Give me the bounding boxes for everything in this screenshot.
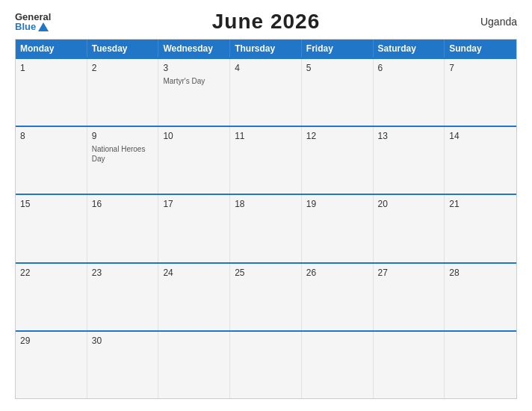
header-day-tuesday: Tuesday xyxy=(87,40,159,58)
day-number: 30 xyxy=(92,336,154,346)
day-cell: 3Martyr's Day xyxy=(158,59,230,126)
day-cell: 15 xyxy=(16,195,87,262)
day-cell xyxy=(158,332,230,398)
day-number: 6 xyxy=(378,63,440,73)
day-cell: 8 xyxy=(16,127,87,194)
day-cell: 29 xyxy=(16,332,87,398)
day-number: 19 xyxy=(306,199,368,209)
week-1: 123Martyr's Day4567 xyxy=(16,58,516,126)
header-day-sunday: Sunday xyxy=(445,40,516,58)
day-number: 21 xyxy=(449,199,512,209)
day-cell xyxy=(302,332,374,398)
header: General Blue June 2026 Uganda xyxy=(15,12,517,31)
week-4: 22232425262728 xyxy=(16,262,516,330)
day-cell: 2 xyxy=(87,59,159,126)
day-number: 9 xyxy=(92,131,154,141)
page: General Blue June 2026 Uganda MondayTues… xyxy=(0,0,532,411)
day-cell: 18 xyxy=(230,195,302,262)
week-5: 2930 xyxy=(16,330,516,398)
day-number: 29 xyxy=(20,336,82,346)
day-cell: 20 xyxy=(374,195,445,262)
day-number: 3 xyxy=(163,63,225,73)
day-cell: 14 xyxy=(445,127,516,194)
day-number: 23 xyxy=(92,268,154,278)
holiday-label: Martyr's Day xyxy=(163,76,225,86)
day-cell xyxy=(230,332,302,398)
day-number: 1 xyxy=(20,63,82,73)
holiday-label: National Heroes Day xyxy=(92,144,154,164)
day-number: 5 xyxy=(306,63,368,73)
logo: General Blue xyxy=(15,12,51,31)
day-cell: 19 xyxy=(302,195,374,262)
header-day-monday: Monday xyxy=(16,40,87,58)
day-cell: 22 xyxy=(16,264,87,330)
day-cell: 1 xyxy=(16,59,87,126)
day-cell: 23 xyxy=(87,264,159,330)
day-cell: 5 xyxy=(302,59,374,126)
day-cell xyxy=(445,332,516,398)
day-cell: 25 xyxy=(230,264,302,330)
day-cell: 7 xyxy=(445,59,516,126)
day-number: 14 xyxy=(449,131,512,141)
day-cell: 16 xyxy=(87,195,159,262)
calendar-title: June 2026 xyxy=(212,10,320,34)
day-number: 28 xyxy=(449,268,512,278)
day-number: 13 xyxy=(378,131,440,141)
day-cell: 12 xyxy=(302,127,374,194)
day-number: 11 xyxy=(235,131,297,141)
country-label: Uganda xyxy=(480,16,517,28)
day-number: 26 xyxy=(306,268,368,278)
day-cell: 21 xyxy=(445,195,516,262)
day-cell: 11 xyxy=(230,127,302,194)
day-cell: 28 xyxy=(445,264,516,330)
header-day-friday: Friday xyxy=(302,40,374,58)
day-cell: 24 xyxy=(158,264,230,330)
day-number: 16 xyxy=(92,199,154,209)
day-number: 4 xyxy=(235,63,297,73)
day-cell: 27 xyxy=(374,264,445,330)
logo-blue-text: Blue xyxy=(15,22,49,31)
day-cell: 9National Heroes Day xyxy=(87,127,159,194)
day-number: 17 xyxy=(163,199,225,209)
day-number: 22 xyxy=(20,268,82,278)
day-number: 20 xyxy=(378,199,440,209)
day-cell: 4 xyxy=(230,59,302,126)
day-number: 27 xyxy=(378,268,440,278)
day-number: 12 xyxy=(306,131,368,141)
logo-triangle-icon xyxy=(38,22,49,31)
day-number: 25 xyxy=(235,268,297,278)
day-cell: 17 xyxy=(158,195,230,262)
header-day-saturday: Saturday xyxy=(374,40,445,58)
day-cell xyxy=(374,332,445,398)
day-cell: 6 xyxy=(374,59,445,126)
week-3: 15161718192021 xyxy=(16,194,516,262)
day-cell: 13 xyxy=(374,127,445,194)
day-cell: 30 xyxy=(87,332,159,398)
day-cell: 26 xyxy=(302,264,374,330)
header-day-thursday: Thursday xyxy=(230,40,302,58)
day-number: 24 xyxy=(163,268,225,278)
week-2: 89National Heroes Day1011121314 xyxy=(16,126,516,194)
day-number: 7 xyxy=(449,63,512,73)
day-number: 2 xyxy=(92,63,154,73)
day-number: 10 xyxy=(163,131,225,141)
day-cell: 10 xyxy=(158,127,230,194)
day-number: 18 xyxy=(235,199,297,209)
header-day-wednesday: Wednesday xyxy=(158,40,230,58)
day-number: 15 xyxy=(20,199,82,209)
calendar-body: 123Martyr's Day456789National Heroes Day… xyxy=(16,58,516,398)
calendar-header: MondayTuesdayWednesdayThursdayFridaySatu… xyxy=(16,40,516,58)
day-number: 8 xyxy=(20,131,82,141)
calendar: MondayTuesdayWednesdayThursdayFridaySatu… xyxy=(15,39,517,399)
